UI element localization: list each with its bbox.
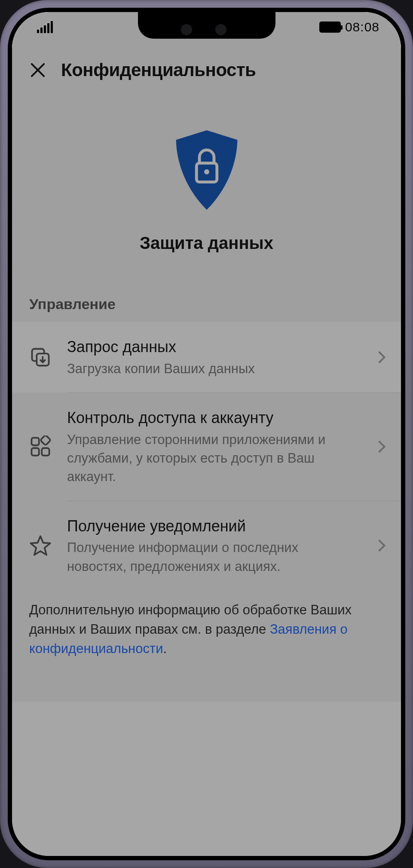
menu-item-title: Контроль доступа к аккаунту	[67, 408, 360, 429]
menu-item-title: Получение уведомлений	[67, 516, 360, 537]
status-time: 08:08	[345, 20, 379, 34]
hero-title: Защита данных	[25, 233, 388, 253]
phone-frame: 08:08 Конфиденциальность Защита данных	[0, 0, 413, 868]
star-icon	[29, 534, 52, 557]
svg-rect-7	[40, 436, 51, 445]
close-icon[interactable]	[28, 61, 47, 80]
signal-icon	[37, 21, 53, 33]
menu-item-subtitle: Получение информации о последних новостя…	[67, 538, 360, 576]
hero: Защита данных	[12, 98, 401, 296]
shield-lock-icon	[170, 128, 243, 212]
menu-item-notifications[interactable]: Получение уведомлений Получение информац…	[12, 501, 401, 590]
menu-item-subtitle: Управление сторонними приложениями и слу…	[67, 430, 360, 486]
chevron-right-icon	[373, 441, 385, 453]
menu-text: Получение уведомлений Получение информац…	[67, 516, 360, 576]
status-right: 08:08	[319, 20, 379, 34]
menu-item-account-access[interactable]: Контроль доступа к аккаунту Управление с…	[12, 393, 401, 501]
menu-text: Контроль доступа к аккаунту Управление с…	[67, 408, 360, 486]
phone-bezel: 08:08 Конфиденциальность Защита данных	[8, 8, 405, 860]
menu-text: Запрос данных Загрузка копии Ваших данны…	[67, 337, 360, 378]
footer-text-after: .	[163, 641, 167, 656]
menu-item-data-request[interactable]: Запрос данных Загрузка копии Ваших данны…	[12, 322, 401, 393]
content: Защита данных Управление Запрос данных З…	[12, 98, 401, 702]
page-title: Конфиденциальность	[61, 60, 256, 80]
footer-note: Дополнительную информацию об обработке В…	[12, 590, 401, 659]
battery-icon	[319, 21, 341, 33]
menu-item-subtitle: Загрузка копии Ваших данных	[67, 359, 360, 378]
svg-rect-6	[42, 448, 49, 456]
copy-data-icon	[29, 346, 52, 368]
menu-item-title: Запрос данных	[67, 337, 360, 358]
section-label: Управление	[12, 296, 401, 322]
chevron-right-icon	[373, 540, 385, 552]
notch	[138, 12, 275, 39]
apps-icon	[29, 436, 52, 458]
svg-rect-4	[31, 438, 39, 445]
svg-rect-5	[31, 448, 39, 456]
chevron-right-icon	[373, 351, 385, 363]
screen: 08:08 Конфиденциальность Защита данных	[12, 12, 401, 856]
app-header: Конфиденциальность	[12, 42, 401, 98]
svg-point-1	[204, 169, 209, 175]
